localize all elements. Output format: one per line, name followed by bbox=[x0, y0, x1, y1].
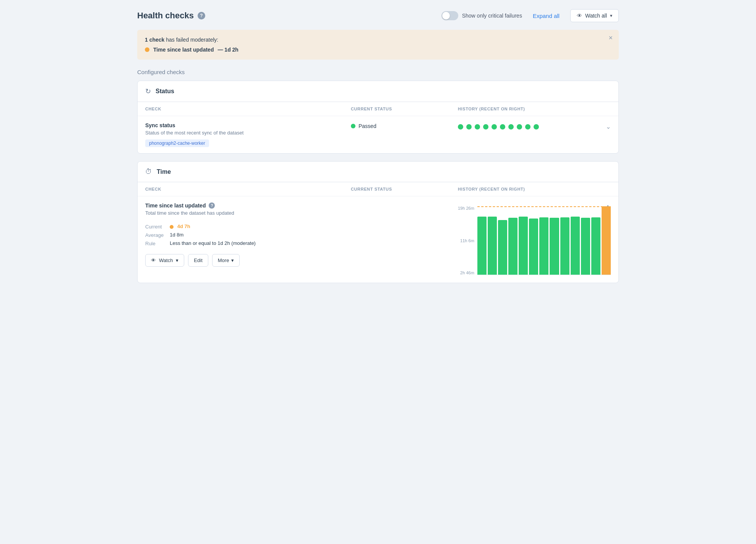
history-dot-7 bbox=[508, 124, 514, 130]
bar-2 bbox=[488, 217, 497, 275]
status-card: ↻ Status CHECK CURRENT STATUS HISTORY (R… bbox=[137, 81, 619, 154]
status-card-header: ↻ Status bbox=[138, 81, 618, 102]
more-button[interactable]: More ▾ bbox=[212, 254, 240, 267]
table-row: Sync status Status of the most recent sy… bbox=[138, 116, 618, 153]
chart-labels: 19h 26m 11h 6m 2h 46m bbox=[458, 206, 474, 275]
sync-status-tag[interactable]: phonograph2-cache-worker bbox=[145, 139, 209, 147]
watch-all-chevron: ▾ bbox=[610, 13, 612, 18]
time-col-current: CURRENT STATUS bbox=[351, 187, 458, 191]
time-check-left: Time since last updated ? Total time sin… bbox=[145, 202, 351, 274]
metrics-grid: Current 4d 7h Average 1d 8m Rule Less th… bbox=[145, 223, 343, 246]
sync-status-desc: Status of the most recent sync of the da… bbox=[145, 130, 351, 136]
edit-button[interactable]: Edit bbox=[188, 254, 208, 267]
time-expanded-row: ∧ Time since last updated ? Total time s… bbox=[138, 196, 618, 283]
sync-status-cell: Passed bbox=[351, 122, 458, 129]
page-container: Health checks ? Show only critical failu… bbox=[137, 9, 619, 283]
sync-status-text: Passed bbox=[359, 123, 376, 129]
alert-detail: Time since last updated — 1d 2h bbox=[145, 47, 611, 53]
more-label: More bbox=[218, 257, 229, 263]
toggle-container: Show only critical failures bbox=[441, 11, 522, 20]
sync-status-check-cell: Sync status Status of the most recent sy… bbox=[145, 122, 351, 147]
bar-3 bbox=[498, 220, 507, 275]
status-card-title: Status bbox=[156, 88, 174, 95]
critical-failures-toggle[interactable] bbox=[441, 11, 458, 20]
chart-wrapper: 19h 26m 11h 6m 2h 46m bbox=[458, 206, 611, 275]
current-orange-dot bbox=[170, 225, 174, 229]
rule-label: Rule bbox=[145, 240, 164, 246]
bar-12 bbox=[591, 217, 600, 275]
history-dot-5 bbox=[492, 124, 497, 130]
expand-all-button[interactable]: Expand all bbox=[530, 11, 563, 21]
average-label: Average bbox=[145, 232, 164, 238]
watch-all-button[interactable]: 👁 Watch all ▾ bbox=[570, 9, 619, 22]
alert-orange-dot bbox=[145, 47, 149, 52]
bar-11 bbox=[581, 218, 590, 275]
status-card-icon: ↻ bbox=[145, 87, 151, 96]
header-right: Show only critical failures Expand all 👁… bbox=[441, 9, 619, 22]
status-table-header: CHECK CURRENT STATUS HISTORY (RECENT ON … bbox=[138, 102, 618, 116]
configured-checks-title: Configured checks bbox=[137, 69, 619, 75]
sync-status-name: Sync status bbox=[145, 122, 351, 128]
bar-5 bbox=[519, 217, 528, 275]
status-table: CHECK CURRENT STATUS HISTORY (RECENT ON … bbox=[138, 102, 618, 153]
time-card-header: ⏱ Time bbox=[138, 162, 618, 182]
bar-8 bbox=[550, 218, 559, 275]
time-table: CHECK CURRENT STATUS HISTORY (RECENT ON … bbox=[138, 182, 618, 283]
page-title: Health checks bbox=[137, 11, 194, 21]
history-dot-9 bbox=[525, 124, 530, 130]
bar-10 bbox=[571, 217, 580, 275]
current-value: 4d 7h bbox=[170, 223, 343, 230]
history-dot-4 bbox=[483, 124, 488, 130]
average-value: 1d 8m bbox=[170, 232, 343, 238]
help-icon[interactable]: ? bbox=[198, 12, 205, 19]
bar-13 bbox=[602, 206, 611, 275]
status-col-current: CURRENT STATUS bbox=[351, 107, 458, 111]
header-left: Health checks ? bbox=[137, 11, 205, 21]
alert-close-button[interactable]: × bbox=[608, 34, 613, 41]
time-chart-cell: 19h 26m 11h 6m 2h 46m bbox=[458, 202, 611, 283]
more-chevron-icon: ▾ bbox=[231, 257, 234, 263]
time-check-desc: Total time since the dataset has updated bbox=[145, 210, 343, 216]
watch-all-label: Watch all bbox=[585, 13, 607, 19]
alert-detail-value: — 1d 2h bbox=[217, 47, 238, 53]
watch-chevron-icon: ▾ bbox=[176, 257, 178, 263]
alert-banner: 1 check has failed moderately: Time sinc… bbox=[137, 30, 619, 60]
sync-history-cell: ⌄ bbox=[458, 122, 611, 130]
chart-label-bot: 2h 46m bbox=[458, 271, 474, 275]
status-col-history: HISTORY (RECENT ON RIGHT) bbox=[458, 107, 611, 111]
time-card-title: Time bbox=[157, 168, 171, 175]
history-expand-chevron[interactable]: ⌄ bbox=[606, 123, 611, 130]
history-dot-1 bbox=[458, 124, 463, 130]
bars-container bbox=[477, 206, 611, 275]
chart-label-top: 19h 26m bbox=[458, 206, 474, 210]
chart-label-mid: 11h 6m bbox=[458, 239, 474, 243]
time-col-check: CHECK bbox=[145, 187, 351, 191]
alert-text-suffix: has failed moderately: bbox=[166, 37, 218, 43]
history-dot-6 bbox=[500, 124, 505, 130]
watch-eye-icon: 👁 bbox=[151, 257, 156, 263]
alert-check-count: 1 check bbox=[145, 37, 164, 43]
bar-9 bbox=[560, 217, 569, 275]
history-dot-10 bbox=[534, 124, 539, 130]
time-check-name: Time since last updated ? bbox=[145, 202, 343, 209]
time-col-history: HISTORY (RECENT ON RIGHT) bbox=[458, 187, 611, 191]
eye-icon: 👁 bbox=[577, 13, 582, 19]
rule-value: Less than or equal to 1d 2h (moderate) bbox=[170, 240, 343, 246]
time-card: ⏱ Time CHECK CURRENT STATUS HISTORY (REC… bbox=[137, 161, 619, 283]
alert-detail-name: Time since last updated bbox=[153, 47, 214, 53]
bar-6 bbox=[529, 219, 538, 275]
status-col-check: CHECK bbox=[145, 107, 351, 111]
current-label: Current bbox=[145, 223, 164, 230]
toggle-label: Show only critical failures bbox=[462, 13, 522, 19]
time-check-header: Time since last updated ? Total time sin… bbox=[145, 202, 611, 283]
header: Health checks ? Show only critical failu… bbox=[137, 9, 619, 22]
watch-button[interactable]: 👁 Watch ▾ bbox=[145, 254, 184, 267]
time-table-header: CHECK CURRENT STATUS HISTORY (RECENT ON … bbox=[138, 182, 618, 196]
time-status-cell bbox=[351, 202, 458, 203]
bar-7 bbox=[539, 217, 548, 275]
history-dot-2 bbox=[466, 124, 472, 130]
current-value-text: 4d 7h bbox=[177, 223, 190, 229]
threshold-line bbox=[477, 206, 611, 207]
time-help-icon[interactable]: ? bbox=[209, 202, 215, 209]
history-dot-8 bbox=[517, 124, 522, 130]
